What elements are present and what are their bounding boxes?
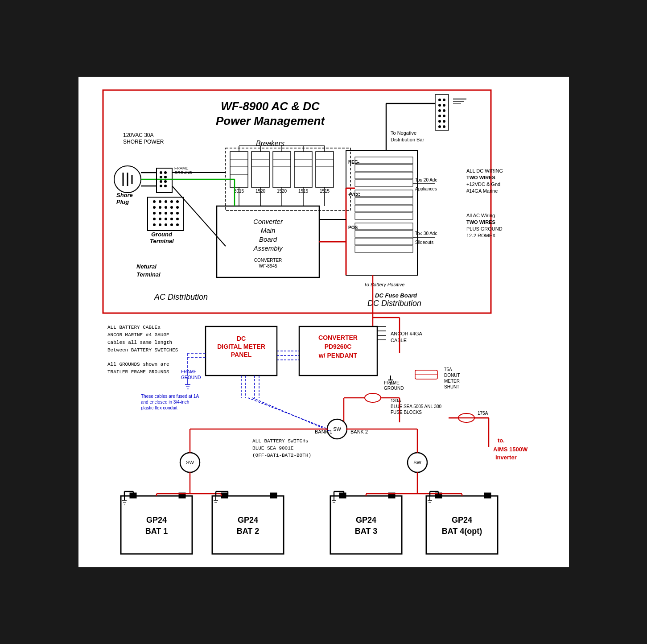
svg-point-15 (164, 185, 167, 187)
svg-point-19 (170, 200, 173, 203)
donut-shunt1: 75A (444, 367, 452, 372)
neutral-terminal-label2: Terminal (136, 271, 161, 278)
grounds-note2: TRAILER FRAME GROUNDS (107, 369, 169, 375)
shore-plug-label2: Plug (116, 198, 129, 205)
to-neg-dist2: Distribution Bar (391, 137, 424, 142)
diagram-container: WF-8900 AC & DC Power Management 120VAC … (78, 77, 569, 567)
frame-ground3b: GROUND (181, 375, 201, 380)
shore-power-label: 120VAC 30A (123, 132, 154, 138)
svg-point-38 (165, 223, 167, 226)
fuse-130a3: FUSE BLOCKS (391, 410, 422, 415)
title-line2: Power Management (215, 114, 325, 128)
svg-point-36 (153, 223, 156, 226)
dc-wiring-note3: +12VDC & Gnd (466, 182, 500, 187)
ancor-cable2: CABLE (391, 338, 407, 343)
bat-sw-note3: (OFF-BAT1-BAT2-BOTH) (252, 453, 311, 458)
neutral-terminal-label: Netural (136, 263, 157, 270)
svg-point-17 (159, 200, 161, 203)
ac-wiring-note3: PLUS GROUND (466, 226, 503, 231)
aims-label3: Inverter (495, 454, 517, 461)
svg-point-32 (159, 218, 161, 220)
dc-meter-label3: PANEL (231, 351, 251, 358)
bat4-label1: GP24 (451, 516, 472, 524)
fused-note1: These cables are fused at 1A (141, 394, 199, 399)
ac-wiring-note1: All AC Wiring (466, 213, 495, 218)
svg-point-31 (153, 218, 156, 220)
bat1-label1: GP24 (146, 516, 166, 524)
converter-label4: Assembly (253, 244, 283, 252)
aims-label2: AIMS 1500W (493, 446, 528, 453)
svg-point-14 (164, 180, 167, 183)
svg-point-33 (165, 218, 167, 220)
bat-sw-note1: ALL BATTERY SWITCHs (252, 438, 308, 444)
bat2-box (212, 496, 284, 554)
frame-ground-label: FRAME (174, 166, 189, 170)
svg-point-28 (165, 212, 167, 215)
bat-sw-note2: BLUE SEA 9001E (252, 446, 294, 451)
grounds-note1: All GROUNDS shown are (107, 362, 169, 367)
shore-power-label2: SHORE POWER (123, 139, 164, 145)
svg-point-20 (176, 200, 179, 203)
svg-point-77 (443, 125, 445, 128)
converter-pendant-label3: w/ PENDANT (318, 352, 357, 359)
bat3-box (330, 496, 402, 554)
svg-point-12 (164, 171, 167, 174)
donut-shunt2: DONUT (444, 373, 460, 378)
converter-pendant-label1: CONVERTER (318, 334, 358, 341)
bat4-label2: BAT 4(opt) (441, 527, 482, 536)
sw-label-bat1: SW (186, 460, 194, 465)
svg-point-73 (443, 115, 445, 117)
svg-point-34 (170, 218, 173, 220)
dc-meter-label2: DIGITAL METER (217, 343, 265, 350)
svg-rect-143 (484, 493, 491, 498)
bat1-label2: BAT 1 (145, 527, 168, 536)
to-neg-dist1: To Negative (391, 130, 416, 136)
dc-dist-label: DC Distribution (367, 299, 421, 308)
svg-point-11 (160, 185, 162, 187)
battery-note1: ALL BATTERY CABLEa (107, 325, 161, 330)
svg-point-39 (170, 223, 173, 226)
ground-terminal-label: Ground (151, 231, 173, 238)
to-30adc1: To≤ 30 Adc (415, 231, 437, 236)
dc-wiring-note4: #14GA Marine (466, 188, 498, 194)
bank1-label: BANK 1 (315, 429, 332, 434)
to-20adc1: To≤ 20 Adc (415, 178, 437, 182)
bat2-label2: BAT 2 (236, 527, 259, 536)
svg-point-40 (176, 223, 179, 226)
fuse-130a2: BLUE SEA 5005 ANL 300 (391, 404, 442, 409)
converter-sub2: WF-8945 (259, 264, 277, 268)
dc-wiring-note2: TWO WIRES (466, 175, 495, 180)
donut-shunt3: METER (444, 379, 460, 384)
svg-point-76 (438, 125, 441, 128)
ac-distribution-label: AC Distribution (153, 293, 207, 301)
frame-ground2: FRAME (384, 380, 400, 385)
battery-note4: Between BATTERY SWITCHES (107, 347, 178, 353)
ground-terminal-label2: Terminal (150, 238, 174, 244)
svg-point-13 (164, 176, 167, 178)
svg-point-74 (438, 120, 441, 123)
to-battery-pos: To Battery Positive (364, 282, 404, 287)
dc-wiring-note1: ALL DC WIRING (466, 168, 503, 173)
converter-label3: Board (259, 235, 277, 243)
diagram-wrapper: WF-8900 AC & DC Power Management 120VAC … (70, 68, 578, 576)
svg-point-68 (438, 104, 441, 107)
svg-point-26 (153, 212, 156, 215)
svg-point-10 (160, 180, 162, 183)
to-30adc2: Slideouts (415, 240, 433, 245)
title-line1: WF-8900 AC & DC (221, 99, 320, 113)
converter-label2: Main (260, 227, 275, 234)
svg-rect-137 (339, 493, 346, 498)
aims-label1: to. (498, 437, 505, 444)
svg-rect-133 (270, 493, 277, 498)
svg-point-29 (170, 212, 173, 215)
bat3-label1: GP24 (355, 516, 376, 524)
svg-point-9 (160, 176, 162, 178)
ancor-cable1: ANCOR #4GA (391, 331, 423, 336)
donut-shunt4: SHUNT (444, 384, 459, 389)
svg-point-71 (443, 109, 445, 112)
converter-label: Converter (253, 218, 283, 225)
svg-point-72 (438, 115, 441, 117)
to-20adc2: Appliances (415, 186, 437, 191)
bat3-label2: BAT 3 (354, 527, 377, 536)
sw-label-bat3: SW (413, 460, 421, 465)
